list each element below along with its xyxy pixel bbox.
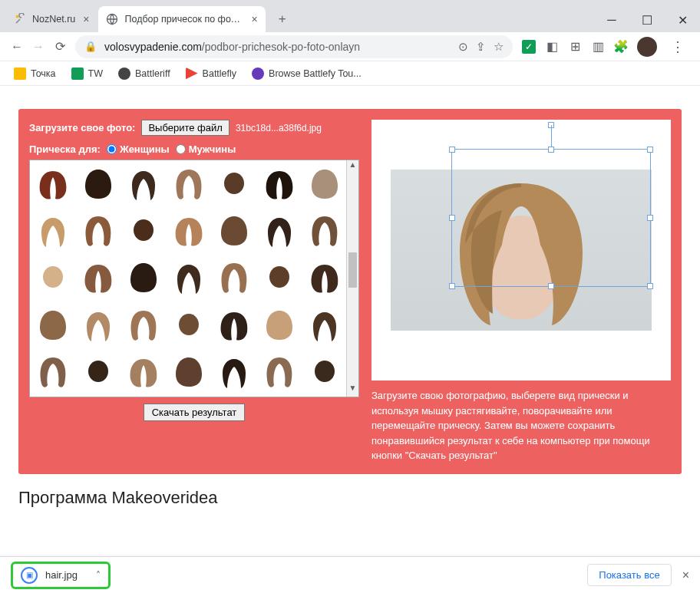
kebab-menu-icon[interactable]: ⋮: [666, 38, 689, 55]
resize-handle[interactable]: [647, 147, 653, 153]
minimize-button[interactable]: ─: [594, 8, 629, 32]
search-icon[interactable]: ⊙: [458, 40, 468, 54]
bookmark-item[interactable]: Battlefly: [180, 64, 243, 83]
hairstyle-thumbnail[interactable]: [302, 209, 346, 253]
resize-handle[interactable]: [449, 147, 455, 153]
preview-canvas[interactable]: [371, 120, 671, 381]
url-domain: volosvypadenie.com: [104, 41, 202, 53]
show-all-downloads-button[interactable]: Показать все: [587, 564, 671, 586]
hairstyle-thumbnail[interactable]: [212, 303, 256, 348]
close-window-button[interactable]: ✕: [665, 8, 700, 32]
hairstyle-thumbnail[interactable]: [212, 350, 256, 394]
chevron-up-icon[interactable]: ˄: [96, 570, 101, 581]
close-icon[interactable]: ×: [682, 568, 689, 582]
hairstyle-grid: [31, 162, 357, 395]
extensions-puzzle-icon[interactable]: 🧩: [614, 40, 628, 54]
hairstyle-thumbnail[interactable]: [122, 303, 166, 348]
hairstyle-thumbnail[interactable]: [122, 162, 166, 206]
hairstyle-thumbnail[interactable]: [167, 209, 211, 253]
hairstyle-thumbnail[interactable]: [77, 162, 121, 206]
hairstyle-thumbnail[interactable]: [122, 209, 166, 253]
hairstyle-thumbnail[interactable]: [167, 303, 211, 348]
hairstyle-thumbnail[interactable]: [167, 255, 211, 300]
download-item[interactable]: ▣ hair.jpg ˄: [11, 562, 111, 589]
gender-female-radio[interactable]: [107, 144, 117, 154]
reload-button[interactable]: ⟳: [49, 36, 71, 58]
browser-titlebar: NozNet.ru × Подбор причесок по фото онла…: [0, 0, 700, 32]
scroll-up-arrow-icon[interactable]: ▲: [347, 160, 358, 173]
hairstyle-thumbnail[interactable]: [257, 350, 301, 394]
resize-handle[interactable]: [647, 215, 653, 221]
hairstyle-thumbnail[interactable]: [31, 350, 75, 394]
hairstyle-thumbnail[interactable]: [122, 350, 166, 394]
hairstyle-thumbnail[interactable]: [31, 303, 75, 348]
extensions-area: ✓ ◧ ⊞ ▥ 🧩 ⋮: [517, 37, 694, 57]
hairstyle-thumbnail[interactable]: [77, 350, 121, 394]
extension-icon[interactable]: ▥: [591, 40, 605, 54]
bookmark-icon: [14, 68, 26, 80]
hairstyle-thumbnail[interactable]: [257, 303, 301, 348]
resize-handle[interactable]: [548, 283, 554, 289]
hairstyle-thumbnail[interactable]: [257, 209, 301, 253]
bookmark-item[interactable]: TW: [65, 64, 109, 83]
selection-box[interactable]: [451, 149, 651, 287]
bookmark-icon: [252, 68, 264, 80]
bookmark-icon: [186, 68, 198, 80]
hairstyle-thumbnail[interactable]: [31, 209, 75, 253]
hairstyle-thumbnail[interactable]: [212, 255, 256, 300]
upload-label: Загрузите свое фото:: [29, 122, 135, 133]
section-title: Программа Makeoveridea: [18, 488, 682, 508]
address-bar[interactable]: 🔒 volosvypadenie.com/podbor-prichesok-po…: [75, 35, 513, 58]
download-result-button[interactable]: Скачать результат: [144, 404, 246, 421]
tab-strip: NozNet.ru × Подбор причесок по фото онла…: [0, 0, 293, 32]
bookmarks-bar: Точка TW Battleriff Battlefly Browse Bat…: [0, 61, 700, 86]
gender-male-radio[interactable]: [176, 144, 186, 154]
hairstyle-thumbnail[interactable]: [302, 162, 346, 206]
resize-handle[interactable]: [548, 147, 554, 153]
scroll-down-arrow-icon[interactable]: ▼: [347, 384, 358, 397]
hairstyle-thumbnail[interactable]: [167, 350, 211, 394]
resize-handle[interactable]: [449, 215, 455, 221]
bookmark-icon: [118, 68, 130, 80]
new-tab-button[interactable]: +: [272, 8, 293, 30]
star-icon[interactable]: ☆: [494, 40, 504, 54]
back-button[interactable]: ←: [6, 36, 28, 58]
bookmark-item[interactable]: Battleriff: [112, 64, 177, 83]
hairstyle-thumbnail[interactable]: [31, 255, 75, 300]
hairstyle-thumbnail[interactable]: [31, 162, 75, 206]
hairstyle-thumbnail[interactable]: [167, 162, 211, 206]
widget-right-column: Загрузите свою фотографию, выберете вид …: [371, 120, 671, 463]
hairstyle-thumbnail[interactable]: [77, 209, 121, 253]
hairstyle-thumbnail[interactable]: [257, 255, 301, 300]
profile-avatar[interactable]: [637, 37, 657, 57]
choose-file-button[interactable]: Выберите файл: [141, 120, 229, 136]
hairstyle-thumbnail[interactable]: [77, 255, 121, 300]
downloads-bar: ▣ hair.jpg ˄ Показать все ×: [0, 556, 700, 593]
resize-handle[interactable]: [449, 283, 455, 289]
download-filename: hair.jpg: [45, 569, 78, 581]
wrench-icon: [14, 13, 26, 25]
share-icon[interactable]: ⇪: [476, 40, 486, 54]
close-icon[interactable]: ×: [251, 13, 257, 25]
hairstyle-thumbnail[interactable]: [302, 303, 346, 348]
bookmark-item[interactable]: Точка: [8, 64, 62, 83]
hairstyle-thumbnail[interactable]: [212, 162, 256, 206]
maximize-button[interactable]: ☐: [629, 8, 665, 32]
forward-button[interactable]: →: [28, 36, 49, 58]
tab-noznet[interactable]: NozNet.ru ×: [6, 6, 97, 32]
hairstyle-thumbnail[interactable]: [257, 162, 301, 206]
extension-icon[interactable]: ◧: [545, 40, 559, 54]
palette-scrollbar[interactable]: ▲ ▼: [346, 160, 358, 397]
bookmark-item[interactable]: Browse Battlefy Tou...: [246, 64, 368, 83]
hairstyle-thumbnail[interactable]: [302, 350, 346, 394]
tab-active[interactable]: Подбор причесок по фото онла ×: [98, 6, 265, 32]
hairstyle-thumbnail[interactable]: [302, 255, 346, 300]
resize-handle[interactable]: [647, 283, 653, 289]
hairstyle-thumbnail[interactable]: [122, 255, 166, 300]
scrollbar-thumb[interactable]: [348, 252, 357, 288]
extension-check-icon[interactable]: ✓: [522, 40, 536, 54]
hairstyle-thumbnail[interactable]: [212, 209, 256, 253]
close-icon[interactable]: ×: [83, 13, 89, 25]
hairstyle-thumbnail[interactable]: [77, 303, 121, 348]
extension-icon[interactable]: ⊞: [568, 40, 582, 54]
